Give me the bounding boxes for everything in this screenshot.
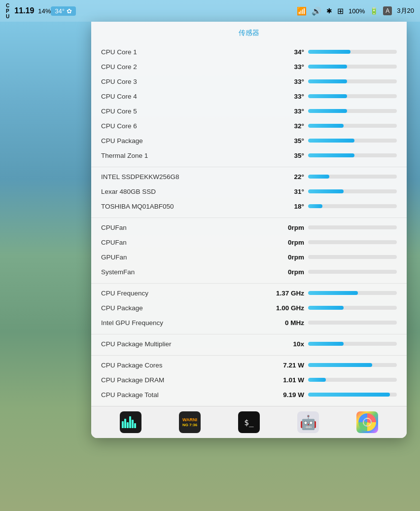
sensor-bar-container [308, 378, 397, 382]
sensor-row: CPU Core 233° [101, 59, 397, 74]
sensor-bar-fill [308, 378, 326, 382]
sensor-value: 0rpm [259, 224, 308, 231]
sensor-bar-container [308, 363, 397, 367]
sensor-bar-fill [308, 153, 354, 157]
sensor-bar-container [308, 153, 397, 157]
sensor-name: CPU Core 4 [101, 93, 259, 100]
sensor-value: 35° [259, 137, 308, 145]
sensor-row: CPU Package1.00 GHz [101, 300, 397, 315]
sensor-name: CPU Package Total [101, 391, 259, 399]
menubar-left: CPU 11.19 14% [6, 3, 51, 19]
sensor-bar-container [308, 321, 397, 325]
wifi-icon[interactable]: 📶 [297, 6, 307, 16]
sensor-name: CPU Core 6 [101, 122, 259, 130]
fan-icon: ✿ [67, 7, 72, 15]
sensor-bar-fill [308, 189, 344, 193]
sensor-row: INTEL SSDPEKKW256G822° [101, 169, 397, 184]
sensor-value: 18° [259, 203, 308, 210]
sensor-bar-container [308, 189, 397, 193]
sensor-value: 33° [259, 63, 308, 71]
sensor-row: CPU Frequency1.37 GHz [101, 286, 397, 300]
sensor-bar-container [308, 342, 397, 346]
sensor-row: GPUFan0rpm [101, 250, 397, 264]
cpu-label: CPU [6, 3, 9, 19]
sensor-bar-fill [308, 363, 372, 367]
sensor-bar-fill [308, 204, 322, 208]
bluetooth-icon[interactable]: ✱ [326, 7, 332, 15]
sensor-group-multiplier: CPU Package Multiplier10x [91, 334, 407, 356]
sensor-value: 35° [259, 152, 308, 159]
cpu-percent: 14% [38, 7, 51, 15]
menubar-right: 📶 🔊 ✱ ⊞ 100% 🔋 A 3月20 [297, 6, 414, 16]
sensor-row: TOSHIBA MQ01ABF05018° [101, 199, 397, 214]
menubar: CPU 11.19 14% 34° ✿ 📶 🔊 ✱ ⊞ 100% 🔋 A 3月2… [0, 0, 420, 22]
keyboard-layout[interactable]: A [383, 6, 392, 15]
sensor-name: CPUFan [101, 224, 259, 231]
sensor-bar-container [308, 94, 397, 98]
sensor-name: CPU Core 1 [101, 48, 259, 56]
sensor-row: CPU Package Cores7.21 W [101, 358, 397, 372]
sensor-name: Lexar 480GB SSD [101, 188, 259, 195]
sensor-row: CPU Core 433° [101, 89, 397, 104]
sensor-row: CPUFan0rpm [101, 235, 397, 250]
sensor-bar-container [308, 79, 397, 83]
sensor-row: CPU Package Total9.19 W [101, 387, 397, 402]
sensor-bar-container [308, 393, 397, 397]
sensor-value: 7.21 W [259, 362, 308, 369]
sensor-name: CPU Frequency [101, 290, 259, 297]
sensor-bar-fill [308, 393, 390, 397]
sensor-bar-container [308, 65, 397, 69]
windows-icon[interactable]: ⊞ [337, 6, 344, 16]
sensor-group-storage-temps: INTEL SSDPEKKW256G822°Lexar 480GB SSD31°… [91, 167, 407, 218]
sensor-bar-fill [308, 50, 350, 54]
sensor-value: 10x [259, 340, 308, 348]
activity-chart [122, 416, 140, 428]
sensor-value: 0rpm [259, 268, 308, 276]
sensor-value: 32° [259, 122, 308, 130]
battery-percent: 100% [349, 7, 365, 15]
volume-icon[interactable]: 🔊 [312, 6, 321, 16]
sensor-row: Thermal Zone 135° [101, 148, 397, 163]
sensor-name: TOSHIBA MQ01ABF050 [101, 203, 259, 210]
sensor-name: CPU Core 5 [101, 108, 259, 115]
cpu-temp-highlight[interactable]: 34° ✿ [51, 6, 76, 16]
date-time: 3月20 [397, 6, 414, 15]
panel-footer: WARNI NG 7:36 $_ 🤖 [91, 406, 407, 438]
sensor-groups: CPU Core 134°CPU Core 233°CPU Core 333°C… [91, 42, 407, 406]
sensor-value: 33° [259, 108, 308, 115]
sensor-row: CPU Core 134° [101, 44, 397, 59]
activity-monitor-icon[interactable] [120, 411, 141, 433]
sensor-value: 1.00 GHz [259, 304, 308, 312]
sensor-value: 1.37 GHz [259, 290, 308, 297]
system-info-icon[interactable]: 🤖 [297, 411, 319, 433]
sensor-row: SystemFan0rpm [101, 264, 397, 279]
sensor-bar-fill [308, 94, 347, 98]
console-icon[interactable]: WARNI NG 7:36 [179, 411, 201, 433]
istat-icon[interactable] [356, 411, 378, 433]
sensor-value: 31° [259, 188, 308, 195]
sensor-bar-container [308, 50, 397, 54]
sensor-row: CPU Core 533° [101, 104, 397, 118]
sensor-bar-container [308, 240, 397, 244]
sensor-name: CPU Core 3 [101, 78, 259, 85]
sensor-bar-fill [308, 175, 329, 179]
sensor-bar-fill [308, 342, 344, 346]
sensor-bar-container [308, 291, 397, 295]
sensor-name: CPU Package DRAM [101, 376, 259, 384]
sensor-row: Intel GPU Frequency0 MHz [101, 315, 397, 330]
sensor-name: Intel GPU Frequency [101, 319, 259, 327]
sensor-bar-container [308, 124, 397, 128]
sensor-bar-container [308, 270, 397, 274]
sensor-bar-container [308, 225, 397, 229]
sensor-group-fans: CPUFan0rpmCPUFan0rpmGPUFan0rpmSystemFan0… [91, 218, 407, 284]
sensor-bar-container [308, 139, 397, 143]
sensor-bar-container [308, 175, 397, 179]
sensor-bar-container [308, 306, 397, 310]
terminal-icon[interactable]: $_ [238, 411, 260, 433]
sensor-row: CPU Package DRAM1.01 W [101, 372, 397, 387]
sensor-name: SystemFan [101, 268, 259, 276]
sensor-value: 22° [259, 173, 308, 181]
sensor-name: INTEL SSDPEKKW256G8 [101, 173, 259, 181]
sensor-name: CPU Package Multiplier [101, 340, 259, 348]
sensor-bar-fill [308, 139, 354, 143]
